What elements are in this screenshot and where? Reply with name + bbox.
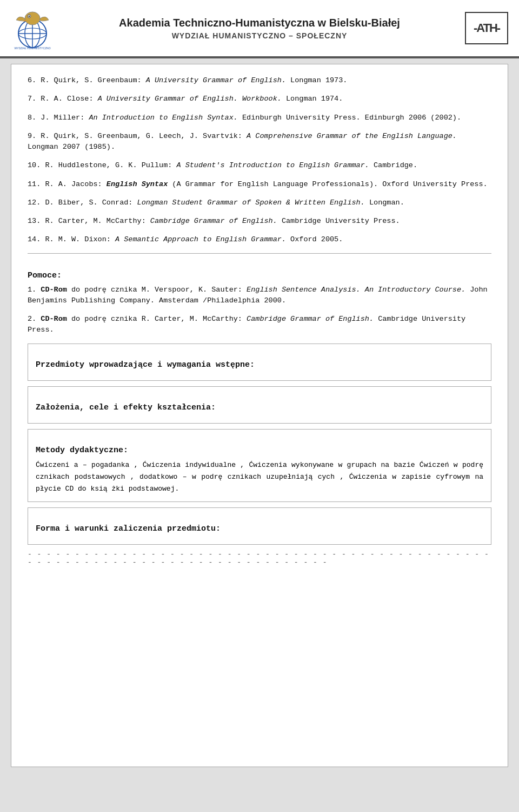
- pomoce-1-text: do podrę cznika M. Verspoor, K. Sauter:: [67, 286, 247, 294]
- zalozenia-section: Założenia, cele i efekty kształcenia:: [28, 386, 491, 424]
- ref-6: 6. R. Quirk, S. Greenbaum: A University …: [28, 75, 491, 86]
- ref-14-num: 14. R. M. W. Dixon:: [28, 235, 115, 243]
- pomoce-heading: Pomoce:: [28, 271, 491, 280]
- ref-9-num: 9. R. Quirk, S. Greenbaum, G. Leech, J. …: [28, 132, 247, 140]
- pomoce-2: 2. CD-Rom do podrę cznika R. Carter, M. …: [28, 314, 491, 336]
- metody-content: Ćwiczeni a – pogadanka , Ćwiczenia indyw…: [36, 459, 483, 495]
- pomoce-2-title: Cambridge Grammar of English.: [247, 315, 374, 323]
- ref-10: 10. R. Huddlestone, G. K. Pullum: A Stud…: [28, 160, 491, 171]
- pomoce-1-title: English Sentence Analysis. An Introducto…: [247, 286, 465, 294]
- svg-point-7: [29, 16, 30, 17]
- ref-9: 9. R. Quirk, S. Greenbaum, G. Leech, J. …: [28, 131, 491, 153]
- logo-left: WYDZIAŁ HUMANISTYCZNO: [11, 6, 54, 50]
- ref-14-title: A Semantic Approach to English Grammar.: [115, 235, 286, 243]
- ref-12-num: 12. D. Biber, S. Conrad:: [28, 199, 137, 207]
- header-separator: [0, 57, 519, 58]
- metody-heading: Metody dydaktyczne:: [36, 446, 483, 455]
- faculty-name: WYDZIAŁ HUMANISTYCZNO – SPOŁECZNY: [65, 31, 454, 40]
- ref-12: 12. D. Biber, S. Conrad: Longman Student…: [28, 197, 491, 208]
- ref-8-pub: Edinburgh University Press. Edinburgh 20…: [238, 114, 461, 122]
- pomoce-1: 1. CD-Rom do podrę cznika M. Verspoor, K…: [28, 285, 491, 307]
- ref-7-pub: Longman 1974.: [282, 95, 343, 103]
- ref-14-pub: Oxford 2005.: [286, 235, 343, 243]
- ref-6-num: 6. R. Quirk, S. Greenbaum:: [28, 76, 146, 84]
- ref-8-title: An Introduction to English Syntax.: [89, 114, 237, 122]
- svg-text:WYDZIAŁ HUMANISTYCZNO: WYDZIAŁ HUMANISTYCZNO: [14, 47, 50, 50]
- svg-point-5: [25, 12, 40, 25]
- ref-7-num: 7. R. A. Close:: [28, 95, 98, 103]
- page-header: WYDZIAŁ HUMANISTYCZNO Akademia Techniczn…: [0, 0, 519, 57]
- zalozenia-heading: Założenia, cele i efekty kształcenia:: [36, 403, 483, 412]
- forma-heading: Forma i warunki zaliczenia przedmiotu:: [36, 524, 483, 533]
- ref-8-num: 8. J. Miller:: [28, 114, 89, 122]
- logo-right: -ATH-: [465, 12, 508, 44]
- przedmioty-heading: Przedmioty wprowadzające i wymagania wst…: [36, 360, 483, 369]
- university-name: Akademia Techniczno-Humanistyczna w Biel…: [65, 17, 454, 29]
- pomoce-section: Pomoce: 1. CD-Rom do podrę cznika M. Ver…: [28, 253, 491, 336]
- ref-12-title: Longman Student Grammar of Spoken & Writ…: [137, 199, 365, 207]
- header-text-block: Akademia Techniczno-Humanistyczna w Biel…: [65, 17, 454, 40]
- ref-11-subtitle: (A Grammar for English Language Professi…: [168, 180, 487, 188]
- ref-10-num: 10. R. Huddlestone, G. K. Pullum:: [28, 161, 176, 169]
- ref-10-title: A Student's Introduction to English Gram…: [176, 161, 369, 169]
- ref-9-title: A Comprehensive Grammar of the English L…: [247, 132, 457, 140]
- ref-13-title: Cambridge Grammar of English.: [150, 217, 277, 225]
- ref-10-pub: Cambridge.: [369, 161, 417, 169]
- ref-13-num: 13. R. Carter, M. McCarthy:: [28, 217, 150, 225]
- ref-11-num: 11. R. A. Jacobs:: [28, 180, 107, 188]
- ref-14: 14. R. M. W. Dixon: A Semantic Approach …: [28, 234, 491, 245]
- ref-7-title: A University Grammar of English. Workboo…: [98, 95, 282, 103]
- pomoce-2-label: CD-Rom: [41, 315, 67, 323]
- pomoce-2-num: 2.: [28, 315, 41, 323]
- bottom-dashes: - - - - - - - - - - - - - - - - - - - - …: [28, 550, 491, 566]
- pomoce-2-text: do podrę cznika R. Carter, M. McCarthy:: [67, 315, 247, 323]
- ref-13-pub: Cambridge University Press.: [277, 217, 400, 225]
- main-content: 6. R. Quirk, S. Greenbaum: A University …: [11, 64, 508, 767]
- przedmioty-section: Przedmioty wprowadzające i wymagania wst…: [28, 344, 491, 381]
- ref-6-pub: Longman 1973.: [286, 76, 347, 84]
- ref-11: 11. R. A. Jacobs: English Syntax (A Gram…: [28, 179, 491, 190]
- pomoce-1-label: CD-Rom: [41, 286, 67, 294]
- metody-section: Metody dydaktyczne: Ćwiczeni a – pogadan…: [28, 429, 491, 502]
- ref-12-pub: Longman.: [365, 199, 404, 207]
- ref-13: 13. R. Carter, M. McCarthy: Cambridge Gr…: [28, 216, 491, 227]
- forma-section: Forma i warunki zaliczenia przedmiotu:: [28, 507, 491, 545]
- references-list: 6. R. Quirk, S. Greenbaum: A University …: [28, 75, 491, 246]
- ref-11-title: English Syntax: [107, 180, 168, 188]
- pomoce-1-num: 1.: [28, 286, 41, 294]
- ref-6-title: A University Grammar of English.: [146, 76, 286, 84]
- ref-8: 8. J. Miller: An Introduction to English…: [28, 113, 491, 123]
- ref-9-pub: Longman 2007 (1985).: [28, 143, 115, 151]
- ref-7: 7. R. A. Close: A University Grammar of …: [28, 94, 491, 104]
